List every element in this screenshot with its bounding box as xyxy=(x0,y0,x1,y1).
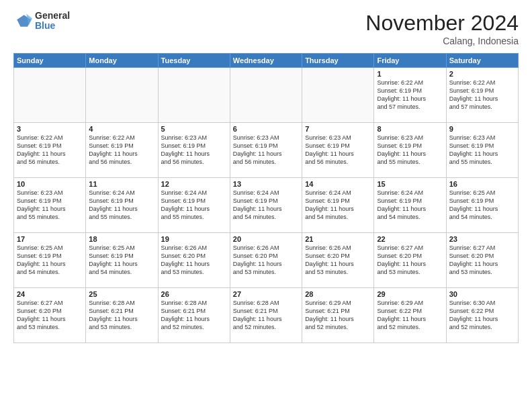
calendar-cell: 17Sunrise: 6:25 AMSunset: 6:19 PMDayligh… xyxy=(14,233,86,288)
day-number: 12 xyxy=(161,180,227,188)
calendar-week-3: 10Sunrise: 6:23 AMSunset: 6:19 PMDayligh… xyxy=(14,178,519,233)
day-number: 27 xyxy=(233,290,299,298)
calendar-cell: 14Sunrise: 6:24 AMSunset: 6:19 PMDayligh… xyxy=(302,178,374,233)
weekday-header-row: SundayMondayTuesdayWednesdayThursdayFrid… xyxy=(14,54,519,68)
day-number: 3 xyxy=(17,125,83,133)
day-info: Sunrise: 6:24 AMSunset: 6:19 PMDaylight:… xyxy=(161,189,227,222)
day-number: 6 xyxy=(233,125,299,133)
day-number: 1 xyxy=(377,70,443,78)
day-number: 17 xyxy=(17,235,83,243)
day-info: Sunrise: 6:28 AMSunset: 6:21 PMDaylight:… xyxy=(89,299,154,332)
weekday-header-tuesday: Tuesday xyxy=(158,54,230,68)
day-info: Sunrise: 6:29 AMSunset: 6:22 PMDaylight:… xyxy=(377,299,443,332)
logo-icon xyxy=(13,11,32,30)
day-info: Sunrise: 6:24 AMSunset: 6:19 PMDaylight:… xyxy=(377,189,443,222)
calendar-cell xyxy=(302,68,374,123)
day-info: Sunrise: 6:30 AMSunset: 6:22 PMDaylight:… xyxy=(449,299,515,332)
day-info: Sunrise: 6:22 AMSunset: 6:19 PMDaylight:… xyxy=(89,134,154,167)
calendar-cell: 8Sunrise: 6:23 AMSunset: 6:19 PMDaylight… xyxy=(374,123,446,178)
calendar-cell: 9Sunrise: 6:23 AMSunset: 6:19 PMDaylight… xyxy=(446,123,518,178)
day-info: Sunrise: 6:25 AMSunset: 6:19 PMDaylight:… xyxy=(17,244,83,277)
calendar-cell: 27Sunrise: 6:28 AMSunset: 6:21 PMDayligh… xyxy=(230,288,302,343)
calendar-cell: 10Sunrise: 6:23 AMSunset: 6:19 PMDayligh… xyxy=(14,178,86,233)
day-info: Sunrise: 6:23 AMSunset: 6:19 PMDaylight:… xyxy=(377,134,443,167)
calendar-cell: 11Sunrise: 6:24 AMSunset: 6:19 PMDayligh… xyxy=(86,178,158,233)
day-number: 16 xyxy=(449,180,515,188)
calendar-cell: 21Sunrise: 6:26 AMSunset: 6:20 PMDayligh… xyxy=(302,233,374,288)
day-info: Sunrise: 6:27 AMSunset: 6:20 PMDaylight:… xyxy=(17,299,83,332)
calendar-cell: 18Sunrise: 6:25 AMSunset: 6:19 PMDayligh… xyxy=(86,233,158,288)
day-number: 9 xyxy=(449,125,515,133)
day-number: 10 xyxy=(17,180,83,188)
day-number: 5 xyxy=(161,125,227,133)
day-info: Sunrise: 6:29 AMSunset: 6:21 PMDaylight:… xyxy=(305,299,371,332)
calendar-cell: 28Sunrise: 6:29 AMSunset: 6:21 PMDayligh… xyxy=(302,288,374,343)
day-number: 13 xyxy=(233,180,299,188)
weekday-header-wednesday: Wednesday xyxy=(230,54,302,68)
page: General Blue November 2024 Calang, Indon… xyxy=(0,0,532,411)
calendar-cell xyxy=(158,68,230,123)
day-number: 28 xyxy=(305,290,371,298)
calendar-cell: 4Sunrise: 6:22 AMSunset: 6:19 PMDaylight… xyxy=(86,123,158,178)
day-number: 29 xyxy=(377,290,443,298)
calendar-cell: 26Sunrise: 6:28 AMSunset: 6:21 PMDayligh… xyxy=(158,288,230,343)
day-info: Sunrise: 6:22 AMSunset: 6:19 PMDaylight:… xyxy=(449,79,515,111)
calendar-cell: 5Sunrise: 6:23 AMSunset: 6:19 PMDaylight… xyxy=(158,123,230,178)
calendar-cell: 13Sunrise: 6:24 AMSunset: 6:19 PMDayligh… xyxy=(230,178,302,233)
calendar-week-4: 17Sunrise: 6:25 AMSunset: 6:19 PMDayligh… xyxy=(14,233,519,288)
day-number: 4 xyxy=(89,125,154,133)
calendar-cell: 30Sunrise: 6:30 AMSunset: 6:22 PMDayligh… xyxy=(446,288,518,343)
day-info: Sunrise: 6:23 AMSunset: 6:19 PMDaylight:… xyxy=(305,134,371,167)
calendar-week-1: 1Sunrise: 6:22 AMSunset: 6:19 PMDaylight… xyxy=(14,68,519,123)
calendar-cell: 24Sunrise: 6:27 AMSunset: 6:20 PMDayligh… xyxy=(14,288,86,343)
weekday-header-thursday: Thursday xyxy=(302,54,374,68)
day-number: 25 xyxy=(89,290,154,298)
day-info: Sunrise: 6:26 AMSunset: 6:20 PMDaylight:… xyxy=(161,244,227,277)
day-number: 21 xyxy=(305,235,371,243)
day-info: Sunrise: 6:27 AMSunset: 6:20 PMDaylight:… xyxy=(377,244,443,277)
day-info: Sunrise: 6:27 AMSunset: 6:20 PMDaylight:… xyxy=(449,244,515,277)
day-info: Sunrise: 6:25 AMSunset: 6:19 PMDaylight:… xyxy=(449,189,515,222)
calendar-cell: 20Sunrise: 6:26 AMSunset: 6:20 PMDayligh… xyxy=(230,233,302,288)
day-info: Sunrise: 6:26 AMSunset: 6:20 PMDaylight:… xyxy=(233,244,299,277)
calendar-cell: 2Sunrise: 6:22 AMSunset: 6:19 PMDaylight… xyxy=(446,68,518,123)
day-info: Sunrise: 6:28 AMSunset: 6:21 PMDaylight:… xyxy=(233,299,299,332)
day-number: 20 xyxy=(233,235,299,243)
day-number: 18 xyxy=(89,235,154,243)
logo-general-text: General xyxy=(35,11,70,21)
logo-blue-text: Blue xyxy=(35,21,70,31)
header-area: General Blue November 2024 Calang, Indon… xyxy=(13,11,519,46)
day-number: 15 xyxy=(377,180,443,188)
calendar-cell xyxy=(14,68,86,123)
calendar-cell: 29Sunrise: 6:29 AMSunset: 6:22 PMDayligh… xyxy=(374,288,446,343)
day-number: 7 xyxy=(305,125,371,133)
day-info: Sunrise: 6:23 AMSunset: 6:19 PMDaylight:… xyxy=(161,134,227,167)
month-title: November 2024 xyxy=(365,11,519,36)
day-info: Sunrise: 6:23 AMSunset: 6:19 PMDaylight:… xyxy=(233,134,299,167)
calendar-cell: 3Sunrise: 6:22 AMSunset: 6:19 PMDaylight… xyxy=(14,123,86,178)
day-info: Sunrise: 6:24 AMSunset: 6:19 PMDaylight:… xyxy=(305,189,371,222)
day-number: 19 xyxy=(161,235,227,243)
calendar-cell: 22Sunrise: 6:27 AMSunset: 6:20 PMDayligh… xyxy=(374,233,446,288)
title-area: November 2024 Calang, Indonesia xyxy=(365,11,519,46)
calendar-cell xyxy=(230,68,302,123)
location: Calang, Indonesia xyxy=(365,36,519,46)
day-number: 8 xyxy=(377,125,443,133)
calendar-cell: 19Sunrise: 6:26 AMSunset: 6:20 PMDayligh… xyxy=(158,233,230,288)
logo-text: General Blue xyxy=(35,11,70,32)
calendar: SundayMondayTuesdayWednesdayThursdayFrid… xyxy=(13,53,519,343)
day-info: Sunrise: 6:28 AMSunset: 6:21 PMDaylight:… xyxy=(161,299,227,332)
calendar-cell: 25Sunrise: 6:28 AMSunset: 6:21 PMDayligh… xyxy=(86,288,158,343)
day-info: Sunrise: 6:23 AMSunset: 6:19 PMDaylight:… xyxy=(17,189,83,222)
logo: General Blue xyxy=(13,11,70,32)
calendar-week-5: 24Sunrise: 6:27 AMSunset: 6:20 PMDayligh… xyxy=(14,288,519,343)
day-number: 30 xyxy=(449,290,515,298)
calendar-cell: 1Sunrise: 6:22 AMSunset: 6:19 PMDaylight… xyxy=(374,68,446,123)
day-number: 22 xyxy=(377,235,443,243)
day-number: 23 xyxy=(449,235,515,243)
calendar-cell: 23Sunrise: 6:27 AMSunset: 6:20 PMDayligh… xyxy=(446,233,518,288)
weekday-header-monday: Monday xyxy=(86,54,158,68)
day-number: 2 xyxy=(449,70,515,78)
day-info: Sunrise: 6:24 AMSunset: 6:19 PMDaylight:… xyxy=(89,189,154,222)
calendar-cell: 6Sunrise: 6:23 AMSunset: 6:19 PMDaylight… xyxy=(230,123,302,178)
